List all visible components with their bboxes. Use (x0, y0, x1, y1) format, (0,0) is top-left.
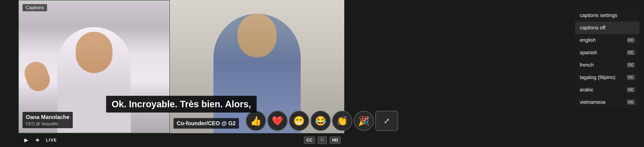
captions-menu-item-tagalog[interactable]: tagalog (filipino)CC (575, 71, 640, 84)
reaction-button-thumbs-up[interactable]: 👍 (246, 111, 266, 131)
captions-menu-item-label: vietnamese (580, 99, 606, 105)
reaction-bar: 👍❤️😁😂👏🎉⤢ (246, 111, 398, 131)
live-badge: LIVE (46, 138, 57, 143)
captions-menu-item-vietnamese[interactable]: vietnameseCC (575, 96, 640, 108)
reaction-button-grin[interactable]: 😁 (289, 111, 309, 131)
fullscreen-button[interactable] (318, 136, 327, 144)
right-person-name: Co-founder/CEO @ G2 (177, 120, 236, 127)
captions-menu-item-settings[interactable]: captions settings (575, 9, 640, 22)
name-badge-right: Co-founder/CEO @ G2 (174, 118, 239, 128)
volume-button[interactable] (34, 136, 42, 144)
cc-tag: CC (627, 50, 635, 55)
left-person-name: Oana Manolache (26, 113, 70, 121)
captions-label: Captions (22, 4, 47, 11)
video-panel-left: Captions Oana Manolache CEO @ Sequellio (18, 0, 170, 133)
reaction-button-clap[interactable]: 👏 (332, 111, 352, 131)
captions-menu-item-french[interactable]: frenchCC (575, 59, 640, 71)
captions-menu-item-label: captions settings (580, 12, 618, 18)
left-person-title: CEO @ Sequellio (26, 121, 70, 127)
captions-menu-item-off[interactable]: captions off (575, 22, 640, 34)
controls-bar: ▶ LIVE CC HD (18, 133, 344, 147)
captions-menu-item-label: captions off (580, 25, 606, 31)
cc-tag: CC (627, 62, 635, 68)
person-left-hand (21, 58, 53, 94)
reaction-button-laugh-cry[interactable]: 😂 (310, 111, 331, 131)
captions-dropdown-menu: captions settingscaptions offenglishCCsp… (575, 9, 640, 108)
subtitle-overlay: Ok. Incroyable. Très bien. Alors, (106, 96, 256, 112)
cc-tag: CC (627, 100, 635, 105)
subtitle-text: Ok. Incroyable. Très bien. Alors, (112, 99, 251, 109)
reaction-special-button[interactable]: ⤢ (375, 111, 398, 131)
captions-menu-item-arabic[interactable]: arabicCC (575, 84, 640, 96)
cc-tag: CC (627, 87, 635, 92)
captions-menu-item-english[interactable]: englishCC (575, 34, 640, 46)
controls-right: CC HD (304, 136, 340, 144)
captions-menu-item-label: arabic (580, 87, 594, 93)
cc-button[interactable]: CC (304, 137, 315, 144)
reaction-button-party[interactable]: 🎉 (354, 111, 374, 131)
captions-menu-item-label: english (580, 37, 596, 43)
captions-menu-item-label: french (580, 62, 594, 68)
hd-button[interactable]: HD (330, 137, 340, 144)
captions-menu-item-label: spanish (580, 50, 597, 56)
name-badge-left: Oana Manolache CEO @ Sequellio (22, 112, 73, 128)
captions-menu-item-label: tagalog (filipino) (580, 74, 615, 80)
play-pause-button[interactable]: ▶ (22, 136, 30, 144)
cc-tag: CC (627, 38, 635, 43)
cc-tag: CC (627, 75, 635, 80)
person-left-head (76, 32, 112, 73)
person-right-head (238, 14, 276, 58)
reaction-button-heart[interactable]: ❤️ (268, 111, 288, 131)
captions-menu-item-spanish[interactable]: spanishCC (575, 46, 640, 59)
